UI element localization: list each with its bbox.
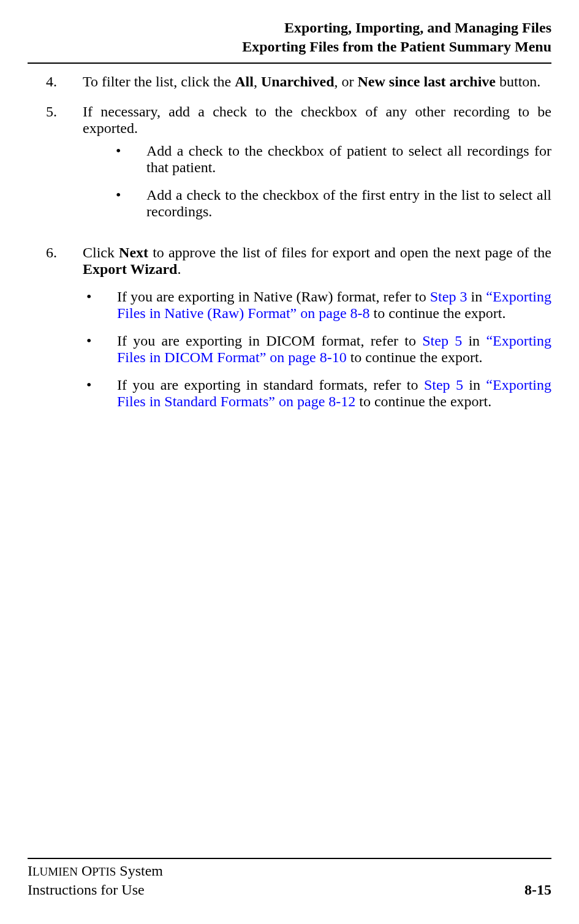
step-5: 5. If necessary, add a check to the chec… bbox=[46, 104, 551, 231]
text: in bbox=[467, 289, 486, 305]
step-body: If necessary, add a check to the checkbo… bbox=[83, 104, 551, 231]
content-area: 4. To filter the list, click the All, Un… bbox=[28, 74, 551, 857]
bullet-text: If you are exporting in Native (Raw) for… bbox=[117, 289, 551, 322]
cross-ref-link[interactable]: Step 5 bbox=[424, 377, 463, 393]
button-ref-all: All bbox=[235, 74, 254, 89]
step-number: 5. bbox=[46, 104, 83, 231]
text: Click bbox=[83, 244, 119, 260]
header-chapter: Exporting, Importing, and Managing Files bbox=[28, 18, 551, 37]
step-4: 4. To filter the list, click the All, Un… bbox=[46, 74, 551, 90]
text: If you are exporting in standard formats… bbox=[117, 377, 424, 393]
bullet-item: • Add a check to the checkbox of the fir… bbox=[112, 187, 551, 220]
bullet-marker-icon: • bbox=[112, 187, 146, 220]
bullet-item: • If you are exporting in Native (Raw) f… bbox=[83, 289, 551, 322]
text: to approve the list of files for export … bbox=[148, 244, 551, 260]
bullet-text: Add a check to the checkbox of the first… bbox=[146, 187, 551, 220]
doc-title: Instructions for Use bbox=[28, 880, 163, 899]
text: in bbox=[463, 377, 486, 393]
step-number: 4. bbox=[46, 74, 83, 90]
text: , or bbox=[335, 74, 358, 89]
bullet-text: If you are exporting in standard formats… bbox=[117, 377, 551, 410]
step-body: Click Next to approve the list of files … bbox=[83, 244, 551, 421]
footer-rule bbox=[28, 858, 551, 859]
cross-ref-link[interactable]: Step 3 bbox=[430, 289, 467, 305]
button-ref-next: Next bbox=[119, 244, 148, 260]
bullet-item: • If you are exporting in standard forma… bbox=[83, 377, 551, 410]
bullet-text: Add a check to the checkbox of patient t… bbox=[146, 143, 551, 176]
product-name: ILUMIEN OPTIS System bbox=[28, 862, 163, 880]
text: to continue the export. bbox=[347, 349, 483, 365]
footer-block: ILUMIEN OPTIS System Instructions for Us… bbox=[28, 858, 551, 899]
text: in bbox=[462, 333, 486, 349]
text: to continue the export. bbox=[370, 305, 506, 321]
page-header: Exporting, Importing, and Managing Files… bbox=[28, 18, 551, 56]
cross-ref-link[interactable]: Step 5 bbox=[422, 333, 462, 349]
step-number: 6. bbox=[46, 244, 83, 421]
page-number: 8-15 bbox=[524, 880, 551, 899]
bullet-marker-icon: • bbox=[112, 143, 146, 176]
text: , bbox=[254, 74, 261, 89]
bullet-list: • If you are exporting in Native (Raw) f… bbox=[83, 289, 551, 410]
header-rule bbox=[28, 62, 551, 64]
step-body: To filter the list, click the All, Unarc… bbox=[83, 74, 551, 90]
footer-left: ILUMIEN OPTIS System Instructions for Us… bbox=[28, 862, 163, 899]
text: . bbox=[177, 261, 181, 277]
step-6: 6. Click Next to approve the list of fil… bbox=[46, 244, 551, 421]
bullet-marker-icon: • bbox=[83, 333, 117, 366]
text: If you are exporting in DICOM format, re… bbox=[117, 333, 422, 349]
page-footer: ILUMIEN OPTIS System Instructions for Us… bbox=[28, 862, 551, 899]
bullet-item: • Add a check to the checkbox of patient… bbox=[112, 143, 551, 176]
button-ref-unarchived: Unarchived bbox=[261, 74, 335, 89]
bullet-text: If you are exporting in DICOM format, re… bbox=[117, 333, 551, 366]
button-ref-new-since: New since last archive bbox=[358, 74, 496, 89]
header-section: Exporting Files from the Patient Summary… bbox=[28, 37, 551, 56]
ui-ref-export-wizard: Export Wizard bbox=[83, 261, 177, 277]
bullet-marker-icon: • bbox=[83, 289, 117, 322]
bullet-marker-icon: • bbox=[83, 377, 117, 410]
text: to continue the export. bbox=[355, 393, 491, 409]
text: If necessary, add a check to the checkbo… bbox=[83, 104, 551, 136]
text: button. bbox=[496, 74, 540, 89]
bullet-list: • Add a check to the checkbox of patient… bbox=[112, 143, 551, 220]
bullet-item: • If you are exporting in DICOM format, … bbox=[83, 333, 551, 366]
text: If you are exporting in Native (Raw) for… bbox=[117, 289, 430, 305]
text: To filter the list, click the bbox=[83, 74, 235, 89]
